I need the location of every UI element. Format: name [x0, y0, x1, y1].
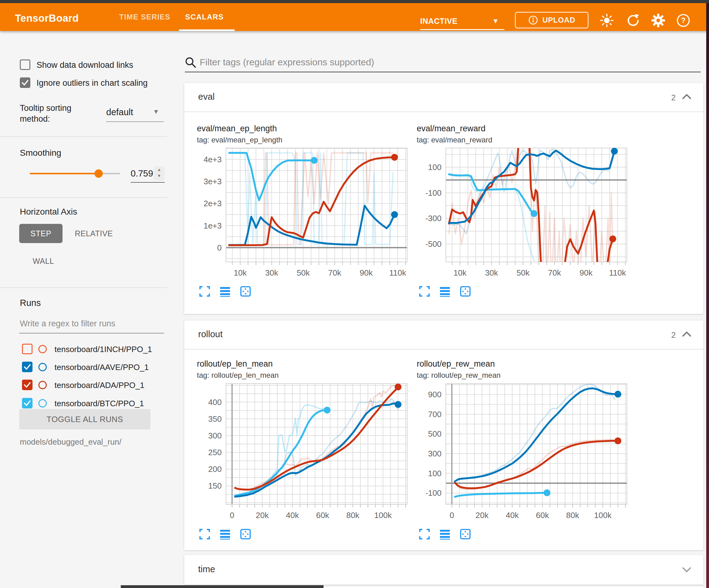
svg-text:60k: 60k	[316, 511, 330, 520]
run-checkbox[interactable]	[22, 380, 32, 390]
check-icon	[23, 399, 31, 407]
svg-text:-300: -300	[425, 214, 442, 223]
fullscreen-icon[interactable]	[419, 529, 430, 540]
fit-domain-icon[interactable]	[460, 286, 471, 297]
runs-filter-input[interactable]: Write a regex to filter runs	[20, 319, 115, 329]
svg-text:500: 500	[428, 429, 442, 438]
checkbox-label[interactable]: Ignore outliers in chart scaling	[36, 78, 165, 88]
run-checkbox[interactable]	[22, 362, 32, 372]
series-line	[235, 404, 398, 497]
series-line	[235, 405, 327, 496]
axis-button-wall[interactable]: WALL	[28, 251, 59, 271]
data-table-icon[interactable]	[439, 529, 450, 540]
data-status-dropdown[interactable]: INACTIVE	[420, 17, 457, 26]
axis-button-step[interactable]: STEP	[19, 224, 62, 243]
smoothing-slider-fill	[30, 173, 99, 174]
svg-text:4e+3: 4e+3	[203, 155, 222, 164]
series-end-dot	[391, 211, 398, 218]
settings-gear-icon[interactable]	[651, 13, 666, 28]
series-end-dot	[614, 391, 621, 398]
data-table-icon[interactable]	[219, 286, 231, 297]
tab-time-series[interactable]: TIME SERIES	[119, 3, 170, 31]
window-top-strip	[0, 0, 709, 3]
smoothing-value-input[interactable]: 0.759	[131, 169, 153, 179]
axis-button-relative[interactable]: RELATIVE	[71, 224, 117, 243]
fullscreen-icon[interactable]	[199, 529, 210, 540]
chart-tag: tag: rollout/ep_rew_mean	[417, 371, 501, 380]
collapse-chevron-up-icon[interactable]	[681, 92, 692, 102]
fit-domain-icon[interactable]	[240, 286, 251, 297]
svg-text:1e+3: 1e+3	[203, 221, 222, 230]
help-icon[interactable]: ?	[676, 13, 691, 28]
checkbox-label[interactable]: Show data download links	[36, 60, 133, 70]
collapse-chevron-up-icon[interactable]	[681, 330, 692, 339]
run-label[interactable]: tensorboard/1INCH/PPO_1	[54, 344, 152, 354]
select-caret-icon[interactable]: ▾	[154, 107, 158, 116]
section-card-eval: eval 2 eval/mean_ep_length tag: eval/mea…	[184, 83, 703, 314]
fullscreen-icon[interactable]	[199, 286, 210, 297]
section-title[interactable]: eval	[198, 92, 215, 102]
filter-tags-underline	[185, 72, 701, 73]
check-icon	[23, 363, 31, 371]
series-end-dot	[611, 148, 618, 154]
svg-text:?: ?	[681, 16, 686, 24]
chart-eval-mean-ep-length[interactable]: 10k30k50k70k90k110k01e+32e+33e+34e+3	[193, 146, 413, 279]
dropdown-caret-icon[interactable]: ▾	[494, 16, 498, 26]
brightness-icon[interactable]	[599, 13, 614, 28]
checkbox-show-data-download-links[interactable]	[20, 59, 30, 70]
run-color-swatch[interactable]	[38, 381, 47, 389]
checkbox-ignore-outliers[interactable]	[20, 77, 30, 88]
expand-chevron-down-icon[interactable]	[681, 565, 692, 574]
svg-text:70k: 70k	[548, 268, 561, 277]
tab-scalars[interactable]: SCALARS	[185, 3, 224, 31]
svg-text:110k: 110k	[609, 268, 626, 277]
upload-button[interactable]: UPLOAD	[515, 12, 588, 28]
chart-plot-svg[interactable]: 10k30k50k70k90k110k01e+32e+33e+34e+3	[193, 146, 413, 279]
section-title[interactable]: rollout	[198, 329, 222, 339]
series-line	[235, 385, 398, 490]
run-label[interactable]: tensorboard/ADA/PPO_1	[54, 381, 145, 390]
window-right-strip	[706, 3, 709, 588]
chart-tag: tag: eval/mean_reward	[417, 136, 492, 144]
smoothing-slider-thumb[interactable]	[95, 169, 103, 178]
chart-eval-mean-reward[interactable]: 10k30k50k70k90k110k100-100-300-500	[413, 146, 632, 279]
status-underline	[420, 29, 504, 30]
svg-text:90k: 90k	[360, 268, 373, 277]
svg-text:80k: 80k	[566, 511, 580, 520]
fit-domain-icon[interactable]	[460, 529, 471, 540]
chart-plot-svg[interactable]: 020k40k60k80k100k150200250300350400	[193, 381, 413, 521]
run-row[interactable]: tensorboard/BTC/PPO_1	[19, 397, 165, 410]
chart-plot-svg[interactable]: 10k30k50k70k90k110k100-100-300-500	[413, 146, 632, 279]
data-table-icon[interactable]	[219, 529, 231, 540]
check-icon	[23, 381, 31, 389]
run-checkbox[interactable]	[22, 398, 32, 408]
toggle-all-runs-button[interactable]: TOGGLE ALL RUNS	[19, 409, 151, 430]
data-table-icon[interactable]	[439, 286, 450, 297]
chart-plot-svg[interactable]: 020k40k60k80k100k-100100300500700900	[413, 381, 632, 521]
run-checkbox[interactable]	[22, 344, 32, 354]
run-color-swatch[interactable]	[38, 363, 47, 371]
smoothing-stepper[interactable]: ▲▼	[154, 167, 164, 180]
run-row[interactable]: tensorboard/ADA/PPO_1	[19, 378, 165, 392]
run-color-swatch[interactable]	[38, 399, 47, 408]
run-label[interactable]: tensorboard/AAVE/PPO_1	[54, 363, 149, 372]
run-row[interactable]: tensorboard/1INCH/PPO_1	[19, 342, 165, 356]
chart-rollout-ep-len-mean[interactable]: 020k40k60k80k100k150200250300350400	[193, 381, 413, 521]
fullscreen-icon[interactable]	[419, 286, 430, 297]
select-underline	[106, 121, 164, 122]
run-color-swatch[interactable]	[38, 345, 47, 353]
svg-text:100: 100	[428, 469, 442, 478]
filter-tags-input[interactable]: Filter tags (regular expressions support…	[200, 57, 374, 68]
tooltip-sorting-select[interactable]: default	[106, 107, 133, 117]
section-title[interactable]: time	[198, 564, 215, 574]
chart-rollout-ep-rew-mean[interactable]: 020k40k60k80k100k-100100300500700900	[413, 381, 632, 521]
horizontal-scrollbar-thumb[interactable]	[121, 585, 323, 588]
section-count: 2	[671, 93, 676, 102]
chart-toolbar	[199, 286, 251, 297]
tooltip-sorting-label: Tooltip sorting method:	[20, 103, 91, 125]
chart-title: rollout/ep_len_mean	[197, 359, 273, 369]
run-row[interactable]: tensorboard/AAVE/PPO_1	[19, 360, 165, 374]
fit-domain-icon[interactable]	[240, 529, 251, 540]
refresh-icon[interactable]	[626, 13, 640, 28]
run-label[interactable]: tensorboard/BTC/PPO_1	[54, 399, 144, 408]
